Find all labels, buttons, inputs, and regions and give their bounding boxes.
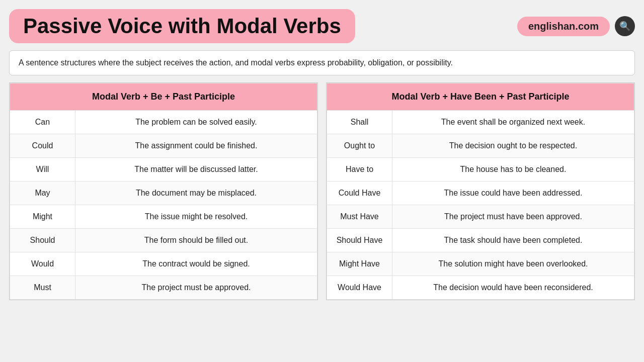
modal-verb: Might bbox=[10, 205, 75, 229]
table-row: WillThe matter will be discussed latter. bbox=[10, 158, 317, 182]
example-sentence: The task should have been completed. bbox=[392, 229, 634, 252]
modal-verb: Shall bbox=[327, 111, 392, 134]
modal-verb: Might Have bbox=[327, 252, 392, 276]
example-sentence: The assignment could be finished. bbox=[75, 134, 317, 158]
modal-verb: Ought to bbox=[327, 134, 392, 158]
table-row: Could HaveThe issue could have been addr… bbox=[327, 182, 634, 205]
modal-verb: Could bbox=[10, 134, 75, 158]
example-sentence: The project must be approved. bbox=[75, 276, 317, 300]
table-row: Ought toThe decision ought to be respect… bbox=[327, 134, 634, 158]
example-sentence: The house has to be cleaned. bbox=[392, 158, 634, 182]
table-row: Should HaveThe task should have been com… bbox=[327, 229, 634, 252]
right-table-bottom-header: Modal Verb + Have Been + Past Participle bbox=[327, 83, 634, 111]
example-sentence: The form should be filled out. bbox=[75, 229, 317, 252]
left-table-header: Modal Verb + Be + Past Participle bbox=[10, 83, 317, 111]
example-sentence: The decision would have been reconsidere… bbox=[392, 276, 634, 300]
table-row: MightThe issue might be resolved. bbox=[10, 205, 317, 229]
modal-verb: Should bbox=[10, 229, 75, 252]
table-row: MustThe project must be approved. bbox=[10, 276, 317, 300]
example-sentence: The decision ought to be respected. bbox=[392, 134, 634, 158]
example-sentence: The issue could have been addressed. bbox=[392, 182, 634, 205]
table-row: ShallThe event shall be organized next w… bbox=[327, 111, 634, 134]
table-row: Have toThe house has to be cleaned. bbox=[327, 158, 634, 182]
example-sentence: The contract would be signed. bbox=[75, 252, 317, 276]
modal-verb: Must Have bbox=[327, 205, 392, 229]
main-content: Modal Verb + Be + Past Participle CanThe… bbox=[9, 82, 635, 300]
domain-badge: englishan.com bbox=[517, 17, 610, 36]
modal-verb: Would Have bbox=[327, 276, 392, 300]
modal-verb: Will bbox=[10, 158, 75, 182]
example-sentence: The project must have been approved. bbox=[392, 205, 634, 229]
example-sentence: The problem can be solved easily. bbox=[75, 111, 317, 134]
right-table: ShallThe event shall be organized next w… bbox=[326, 82, 635, 300]
header-right: englishan.com 🔍 bbox=[517, 16, 635, 36]
example-sentence: The issue might be resolved. bbox=[75, 205, 317, 229]
table-row: CouldThe assignment could be finished. bbox=[10, 134, 317, 158]
table-row: Must HaveThe project must have been appr… bbox=[327, 205, 634, 229]
example-sentence: The document may be misplaced. bbox=[75, 182, 317, 205]
example-sentence: The event shall be organized next week. bbox=[392, 111, 634, 134]
modal-verb: Could Have bbox=[327, 182, 392, 205]
example-sentence: The matter will be discussed latter. bbox=[75, 158, 317, 182]
modal-verb: May bbox=[10, 182, 75, 205]
left-table: Modal Verb + Be + Past Participle CanThe… bbox=[9, 82, 318, 300]
modal-verb: Would bbox=[10, 252, 75, 276]
modal-verb: Should Have bbox=[327, 229, 392, 252]
table-row: CanThe problem can be solved easily. bbox=[10, 111, 317, 134]
page-title: Passive Voice with Modal Verbs bbox=[23, 14, 341, 38]
modal-verb: Must bbox=[10, 276, 75, 300]
modal-verb: Have to bbox=[327, 158, 392, 182]
search-icon[interactable]: 🔍 bbox=[615, 16, 635, 36]
table-row: WouldThe contract would be signed. bbox=[10, 252, 317, 276]
modal-verb: Can bbox=[10, 111, 75, 134]
table-row: MayThe document may be misplaced. bbox=[10, 182, 317, 205]
description-text: A sentence structures where the subject … bbox=[9, 50, 635, 75]
example-sentence: The solution might have been overlooked. bbox=[392, 252, 634, 276]
table-row: Might HaveThe solution might have been o… bbox=[327, 252, 634, 276]
header: Passive Voice with Modal Verbs englishan… bbox=[9, 9, 635, 43]
table-row: ShouldThe form should be filled out. bbox=[10, 229, 317, 252]
table-row: Would HaveThe decision would have been r… bbox=[327, 276, 634, 300]
title-box: Passive Voice with Modal Verbs bbox=[9, 9, 355, 43]
